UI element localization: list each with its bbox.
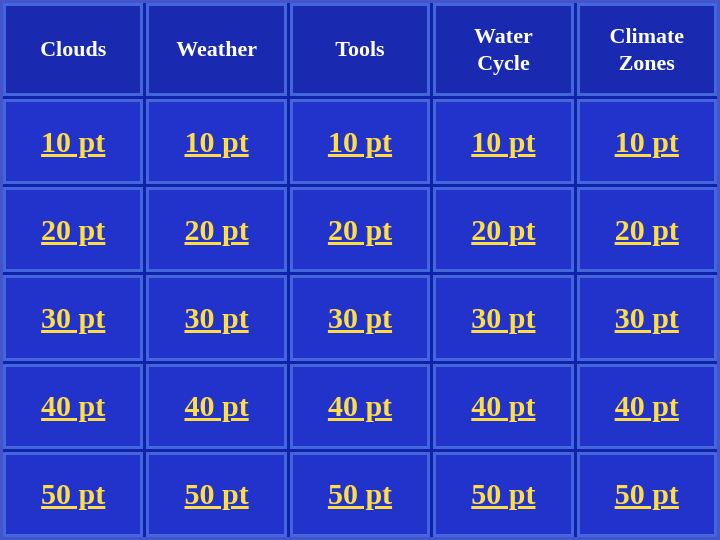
header-clouds-label: Clouds [40, 36, 106, 62]
cell-tools-20[interactable]: 20 pt [290, 187, 430, 272]
points-watercycle-30: 30 pt [471, 301, 535, 335]
points-tools-40: 40 pt [328, 389, 392, 423]
points-tools-50: 50 pt [328, 477, 392, 511]
points-weather-50: 50 pt [185, 477, 249, 511]
cell-tools-10[interactable]: 10 pt [290, 99, 430, 184]
cell-clouds-50[interactable]: 50 pt [3, 452, 143, 537]
cell-clouds-30[interactable]: 30 pt [3, 275, 143, 360]
points-weather-40: 40 pt [185, 389, 249, 423]
points-weather-20: 20 pt [185, 213, 249, 247]
points-tools-10: 10 pt [328, 125, 392, 159]
points-watercycle-40: 40 pt [471, 389, 535, 423]
header-weather: Weather [146, 3, 286, 96]
cell-tools-50[interactable]: 50 pt [290, 452, 430, 537]
cell-watercycle-40[interactable]: 40 pt [433, 364, 573, 449]
points-climatezones-10: 10 pt [615, 125, 679, 159]
points-weather-10: 10 pt [185, 125, 249, 159]
cell-weather-40[interactable]: 40 pt [146, 364, 286, 449]
cell-clouds-40[interactable]: 40 pt [3, 364, 143, 449]
cell-watercycle-30[interactable]: 30 pt [433, 275, 573, 360]
points-clouds-50: 50 pt [41, 477, 105, 511]
header-tools-label: Tools [335, 36, 384, 62]
cell-climatezones-30[interactable]: 30 pt [577, 275, 717, 360]
points-climatezones-30: 30 pt [615, 301, 679, 335]
cell-weather-10[interactable]: 10 pt [146, 99, 286, 184]
cell-climatezones-10[interactable]: 10 pt [577, 99, 717, 184]
cell-weather-50[interactable]: 50 pt [146, 452, 286, 537]
points-clouds-30: 30 pt [41, 301, 105, 335]
points-watercycle-50: 50 pt [471, 477, 535, 511]
header-climate-zones-label: ClimateZones [610, 23, 685, 76]
cell-clouds-10[interactable]: 10 pt [3, 99, 143, 184]
cell-tools-40[interactable]: 40 pt [290, 364, 430, 449]
cell-watercycle-10[interactable]: 10 pt [433, 99, 573, 184]
points-watercycle-10: 10 pt [471, 125, 535, 159]
points-watercycle-20: 20 pt [471, 213, 535, 247]
cell-watercycle-20[interactable]: 20 pt [433, 187, 573, 272]
points-clouds-40: 40 pt [41, 389, 105, 423]
header-clouds: Clouds [3, 3, 143, 96]
points-climatezones-20: 20 pt [615, 213, 679, 247]
points-climatezones-50: 50 pt [615, 477, 679, 511]
cell-climatezones-40[interactable]: 40 pt [577, 364, 717, 449]
header-tools: Tools [290, 3, 430, 96]
cell-clouds-20[interactable]: 20 pt [3, 187, 143, 272]
header-weather-label: Weather [176, 36, 257, 62]
cell-tools-30[interactable]: 30 pt [290, 275, 430, 360]
cell-watercycle-50[interactable]: 50 pt [433, 452, 573, 537]
cell-climatezones-20[interactable]: 20 pt [577, 187, 717, 272]
cell-weather-20[interactable]: 20 pt [146, 187, 286, 272]
cell-climatezones-50[interactable]: 50 pt [577, 452, 717, 537]
header-water-cycle-label: WaterCycle [474, 23, 533, 76]
points-climatezones-40: 40 pt [615, 389, 679, 423]
points-tools-20: 20 pt [328, 213, 392, 247]
points-tools-30: 30 pt [328, 301, 392, 335]
header-water-cycle: WaterCycle [433, 3, 573, 96]
jeopardy-grid: Clouds Weather Tools WaterCycle ClimateZ… [0, 0, 720, 540]
header-climate-zones: ClimateZones [577, 3, 717, 96]
points-clouds-10: 10 pt [41, 125, 105, 159]
points-weather-30: 30 pt [185, 301, 249, 335]
cell-weather-30[interactable]: 30 pt [146, 275, 286, 360]
points-clouds-20: 20 pt [41, 213, 105, 247]
